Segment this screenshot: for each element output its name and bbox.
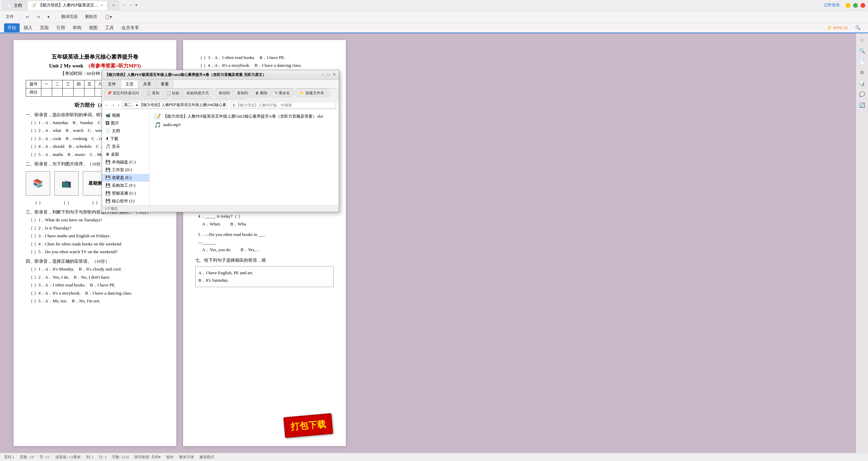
left-sidebar — [0, 33, 7, 453]
fe-pin-btn[interactable]: 📌 固定到快速访问 — [104, 88, 142, 97]
fe-tree-f[interactable]: 💾采购加工 (F:) — [102, 182, 149, 189]
sidebar-icon-7[interactable]: 🔄 — [858, 101, 866, 109]
q7-optionA: A．I have English, PE and art. — [198, 269, 331, 277]
status-font[interactable]: 繁体字体 — [179, 455, 194, 460]
fe-paste-btn[interactable]: 📋 粘贴 — [163, 88, 183, 97]
q3-block: 三、听录音，判断下列句子与所听内容是(T)否(F)相符。（10分） （ ）1．W… — [26, 208, 164, 256]
fe-tree-music[interactable]: 🎵音乐 — [102, 143, 149, 151]
fe-search-input[interactable] — [231, 102, 336, 108]
fe-tree-d[interactable]: 💾工作室 (D:) — [102, 166, 149, 174]
tab-active[interactable]: 📝 【能力培优】人教PEP版英语五… ✕ — [27, 1, 107, 10]
status-line: 行: 1 — [99, 455, 106, 460]
fe-title-bar: 【能力培优】人教PEP版英语五年级上册Unit2核心素养提升A卷（含听力音频及答… — [102, 70, 339, 80]
fe-tree-j[interactable]: 💾核心软件 (J:) — [102, 197, 149, 205]
fe-copy-btn[interactable]: 📋 复制 — [143, 88, 162, 97]
view-btn[interactable]: 📋▾ — [102, 13, 115, 21]
ribbon-ref[interactable]: 引用 — [53, 23, 68, 32]
translate-btn[interactable]: 翻译页面 — [58, 13, 81, 21]
fe-doc-name: 【能力培优】人教PEP版英语五年级上册Unit2核心素养提升A卷（含听力音频及答… — [163, 114, 323, 119]
maximize-button[interactable] — [853, 3, 858, 8]
sidebar-icon-4[interactable]: ⚙ — [858, 68, 866, 77]
add-tab[interactable]: + — [108, 1, 119, 10]
fe-tree-desktop[interactable]: 🖥桌面 — [102, 151, 149, 158]
fe-up-btn[interactable]: ↑ — [118, 103, 120, 107]
sidebar-icon-2[interactable]: 🔍 — [858, 47, 866, 55]
fe-paste-shortcut-btn[interactable]: 粘贴快捷方式 — [183, 88, 212, 97]
format-dropdown[interactable]: ▾ — [44, 13, 53, 21]
nav-dropdown[interactable]: ▾ — [135, 3, 137, 8]
doc-tab-icon: 📄 — [7, 3, 12, 8]
minimize-button[interactable] — [846, 3, 850, 8]
fe-tree-g[interactable]: 💾壁橱直播 (G:) — [102, 189, 149, 197]
fe-move-btn[interactable]: 移动到 — [216, 88, 233, 97]
tab-doc-label: 文档 — [14, 3, 22, 8]
redo-btn[interactable]: ↪ — [34, 13, 43, 21]
nav-forward[interactable]: → — [129, 3, 133, 8]
fe-tree-e[interactable]: 💾老硬盘 (E:) — [102, 174, 149, 182]
fe-tree-downloads[interactable]: ⬇下载 — [102, 135, 149, 143]
download-badge[interactable]: 打包下载 — [283, 413, 333, 438]
ribbon-view[interactable]: 视图 — [85, 23, 101, 32]
fe-right-panel: 📝 【能力培优】人教PEP版英语五年级上册Unit2核心素养提升A卷（含听力音频… — [150, 109, 339, 205]
ribbon-vip[interactable]: 会员专享 — [118, 23, 142, 32]
active-tab-icon: 📝 — [32, 3, 36, 7]
login-button[interactable]: 立即登录 — [821, 1, 843, 10]
status-proofread[interactable]: 校对 — [166, 455, 174, 460]
status-spell[interactable]: 拼写检查: 关闭▾ — [134, 455, 161, 460]
img-item-1: 📚 — [26, 171, 50, 196]
fe-file-doc[interactable]: 📝 【能力培优】人教PEP版英语五年级上册Unit2核心素养提升A卷（含听力音频… — [152, 112, 336, 121]
sidebar-icon-1[interactable]: ☆ — [858, 36, 866, 44]
fe-tree-c[interactable]: 💾本地磁盘 (C:) — [102, 158, 149, 166]
ribbon-tools[interactable]: 工具 — [102, 23, 117, 32]
ribbon-page[interactable]: 页面 — [37, 23, 52, 32]
ribbon-start[interactable]: 开始 — [4, 23, 20, 32]
fe-minimize[interactable]: ─ — [322, 72, 325, 77]
status-section: 节: 1/1 — [39, 455, 50, 460]
fe-address-bar: ← → ↑ — [102, 101, 339, 109]
fe-tab-file[interactable]: 文件 — [103, 80, 120, 88]
q4-item5: （ ）5．A．Me, too. B．No, I'm not. — [28, 297, 164, 305]
pages-container: 五年级英语上册单元核心素养提升卷 Unit 2 My week (有参考答案+听… — [7, 33, 856, 453]
fe-tree-video[interactable]: 📹视频 — [102, 112, 149, 119]
q4-item2: （ ）2．A．Yes, I do. B．No, I don't have. — [28, 273, 164, 281]
q6-4-B: B．Wha — [230, 220, 246, 228]
ribbon-wps-ai[interactable]: ⚡ WPS AI — [823, 24, 851, 32]
sep — [214, 89, 214, 96]
sidebar-icon-6[interactable]: 💬 — [858, 90, 866, 98]
q4-item1: （ ）1．A．It's Monday. B．It's cloudy and co… — [28, 265, 164, 273]
page-2: （ ）3．A．I often read books. B．I have PE. … — [183, 40, 346, 446]
nav-back[interactable]: ← — [122, 3, 126, 8]
fe-close[interactable]: ✕ — [333, 72, 336, 77]
fe-title: 【能力培优】人教PEP版英语五年级上册Unit2核心素养提升A卷（含听力音频及答… — [105, 72, 319, 77]
fe-tab-share[interactable]: 共享 — [139, 80, 156, 88]
sidebar-icon-3[interactable]: 📄 — [858, 58, 866, 66]
fe-copyto-btn[interactable]: 复制到 — [234, 88, 251, 97]
sidebar-icon-5[interactable]: 📊 — [858, 79, 866, 87]
close-button[interactable] — [861, 3, 865, 8]
fe-tree-docs[interactable]: 📄文档 — [102, 127, 149, 135]
fe-mp3-icon: 🎵 — [154, 122, 161, 128]
toolbar: 文件 ↩ ↪ ▾ 翻译页面 删除页 📋▾ — [0, 11, 868, 23]
ribbon-search[interactable]: 🔍 — [852, 24, 864, 32]
fe-newfolder-btn[interactable]: 📁 新建文件夹 — [297, 88, 327, 97]
fe-delete-btn[interactable]: 🗑 删除 — [252, 88, 271, 97]
file-menu[interactable]: 文件 — [3, 13, 17, 21]
tab-close-icon[interactable]: ✕ — [100, 3, 103, 7]
q6-5-A: A．Yes, you do — [202, 246, 231, 254]
ribbon-insert[interactable]: 插入 — [20, 23, 36, 32]
fe-forward-btn[interactable]: → — [111, 103, 115, 107]
fe-rename-btn[interactable]: ✎ 重命名 — [272, 88, 293, 97]
fe-tab-view[interactable]: 查看 — [156, 80, 173, 88]
delete-page-btn[interactable]: 删除页 — [82, 13, 100, 21]
fe-address-input[interactable] — [122, 102, 228, 108]
ribbon-review[interactable]: 审阅 — [69, 23, 85, 32]
status-mode: 兼容模式 — [199, 455, 214, 460]
undo-btn[interactable]: ↩ — [23, 13, 32, 21]
fe-tree-pictures[interactable]: 🖼图片 — [102, 119, 149, 127]
q3-item1: （ ）1．What do you have on Tuesdays? — [28, 216, 164, 224]
tab-doc[interactable]: 📄 文档 — [3, 1, 26, 10]
fe-back-btn[interactable]: ← — [105, 103, 108, 107]
fe-tab-home[interactable]: 主页 — [121, 80, 138, 88]
fe-maximize[interactable]: □ — [328, 72, 330, 77]
fe-file-mp3[interactable]: 🎵 audio.mp3 — [152, 121, 336, 129]
